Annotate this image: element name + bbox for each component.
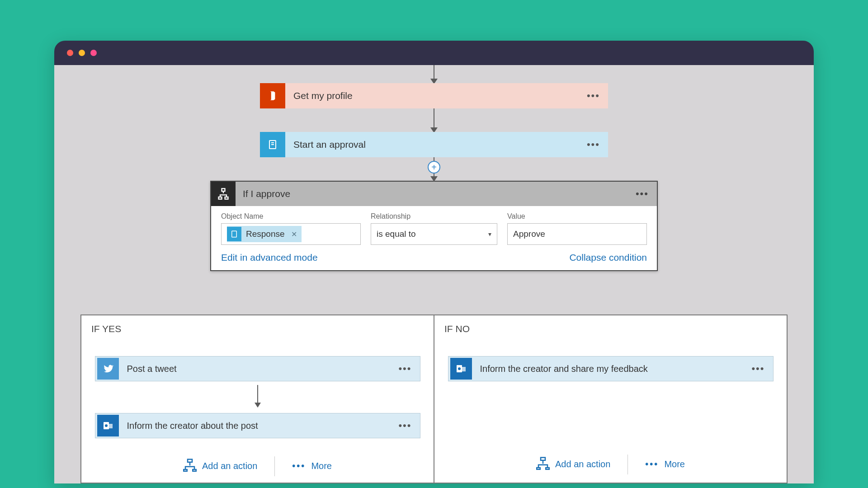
condition-header[interactable]: If I approve ••• [211, 182, 657, 206]
step-get-profile[interactable]: Get my profile ••• [260, 83, 608, 108]
condition-branches: IF YES Post a tweet ••• Infor [80, 314, 788, 483]
arrow-icon [257, 385, 258, 407]
more-label: More [664, 459, 685, 469]
token-remove-icon[interactable]: ✕ [289, 230, 297, 239]
condition-icon [211, 182, 236, 206]
more-icon[interactable]: ••• [587, 90, 608, 102]
svg-rect-9 [193, 469, 196, 471]
add-action-button[interactable]: Add an action [166, 455, 274, 478]
value-text: Approve [513, 229, 545, 239]
more-icon[interactable]: ••• [587, 139, 608, 150]
branch-footer: Add an action ••• More [166, 455, 349, 478]
step-label: Start an approval [285, 139, 587, 150]
object-name-input[interactable]: Response ✕ [221, 223, 361, 245]
condition-links: Edit in advanced mode Collapse condition [211, 248, 657, 270]
more-icon[interactable]: ••• [636, 188, 657, 200]
svg-point-6 [105, 424, 108, 427]
branch-yes: IF YES Post a tweet ••• Infor [80, 315, 434, 483]
token-label: Response [246, 229, 285, 239]
window-minimize-dot[interactable] [79, 50, 85, 56]
step-label: Get my profile [285, 90, 587, 101]
svg-rect-14 [546, 468, 549, 469]
more-icon[interactable]: ••• [751, 363, 773, 375]
relationship-select[interactable]: is equal to ▾ [371, 223, 497, 245]
step-start-approval[interactable]: Start an approval ••• [260, 132, 608, 157]
more-icon[interactable]: ••• [398, 420, 420, 432]
action-label: Inform the creator about the post [121, 421, 399, 431]
add-action-button[interactable]: Add an action [519, 453, 627, 476]
action-label: Inform the creator and share my feedback [474, 364, 752, 374]
response-token[interactable]: Response ✕ [227, 226, 302, 242]
value-input[interactable]: Approve [507, 223, 647, 245]
branch-title: IF YES [91, 324, 424, 334]
svg-rect-4 [232, 231, 237, 237]
arrow-icon [434, 108, 434, 132]
svg-rect-1 [222, 188, 225, 191]
approval-icon [260, 132, 285, 157]
action-post-tweet[interactable]: Post a tweet ••• [95, 356, 420, 381]
twitter-icon [97, 358, 119, 380]
field-label: Value [507, 212, 647, 221]
action-inform-creator-feedback[interactable]: Inform the creator and share my feedback… [448, 356, 774, 381]
svg-rect-8 [184, 469, 187, 471]
add-step-button[interactable]: + [428, 161, 440, 174]
token-icon [227, 227, 241, 241]
field-label: Object Name [221, 212, 361, 221]
condition-body: Object Name Response ✕ Re [211, 206, 657, 248]
branch-no: IF NO Inform the creator and share my fe… [434, 315, 788, 483]
add-action-icon [183, 458, 197, 474]
add-action-icon [536, 456, 550, 472]
outlook-icon [450, 358, 472, 380]
more-icon[interactable]: ••• [398, 363, 420, 375]
flow-canvas: Get my profile ••• Start an approval •••… [54, 65, 814, 483]
select-value: is equal to [377, 229, 416, 239]
outlook-icon [97, 415, 119, 436]
svg-point-11 [458, 367, 461, 370]
more-label: More [311, 461, 332, 471]
branch-footer: Add an action ••• More [519, 453, 702, 476]
browser-frame: Get my profile ••• Start an approval •••… [54, 41, 814, 483]
svg-rect-3 [225, 197, 228, 199]
branch-title: IF NO [444, 324, 777, 334]
field-label: Relationship [371, 212, 497, 221]
action-inform-creator-post[interactable]: Inform the creator about the post ••• [95, 413, 420, 438]
window-close-dot[interactable] [67, 50, 73, 56]
action-label: Post a tweet [121, 364, 399, 374]
window-titlebar [54, 41, 814, 65]
window-zoom-dot[interactable] [90, 50, 97, 56]
object-name-field: Object Name Response ✕ [221, 212, 361, 245]
add-action-label: Add an action [555, 459, 610, 469]
value-field: Value Approve [507, 212, 647, 245]
svg-rect-7 [188, 460, 192, 462]
dots-icon: ••• [645, 459, 659, 469]
more-button[interactable]: ••• More [275, 457, 349, 475]
add-action-label: Add an action [202, 461, 257, 471]
more-button[interactable]: ••• More [628, 455, 702, 473]
edit-advanced-link[interactable]: Edit in advanced mode [221, 252, 318, 263]
dots-icon: ••• [292, 461, 306, 471]
arrow-icon [434, 65, 434, 83]
collapse-condition-link[interactable]: Collapse condition [569, 252, 647, 263]
condition-card: If I approve ••• Object Name Response [210, 181, 658, 271]
chevron-down-icon: ▾ [488, 230, 491, 238]
svg-rect-2 [219, 197, 222, 199]
flow-top-column: Get my profile ••• Start an approval •••… [54, 65, 814, 271]
office-icon [260, 83, 285, 108]
svg-rect-12 [541, 458, 545, 460]
condition-title: If I approve [236, 188, 636, 199]
svg-rect-13 [537, 468, 540, 469]
relationship-field: Relationship is equal to ▾ [371, 212, 497, 245]
